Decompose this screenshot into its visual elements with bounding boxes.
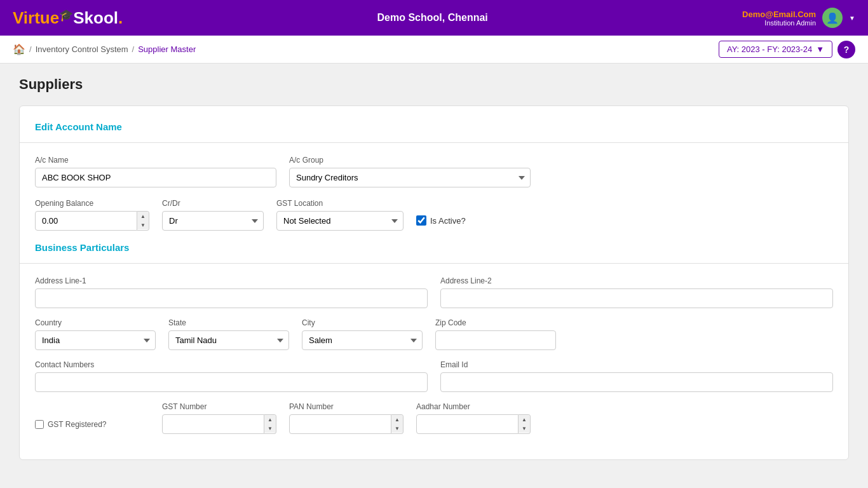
breadcrumb-supplier-master: Supplier Master [138, 44, 196, 54]
country-label: Country [35, 318, 156, 327]
is-active-checkbox[interactable] [416, 215, 426, 226]
gst-registered-checkbox[interactable] [35, 420, 44, 429]
aadhar-up[interactable]: ▲ [519, 415, 530, 424]
ac-name-input[interactable] [35, 168, 276, 187]
bp-divider [20, 263, 848, 264]
gst-number-spinbox-btns: ▲ ▼ [264, 414, 276, 434]
ac-name-label: A/c Name [35, 156, 276, 165]
school-name: Demo School, Chennai [377, 12, 488, 24]
city-select[interactable]: Salem [302, 330, 423, 350]
avatar[interactable]: 👤 [822, 8, 843, 28]
opening-balance-label: Opening Balance [35, 199, 149, 208]
pan-group: PAN Number ▲ ▼ [289, 402, 403, 434]
page-title: Suppliers [19, 76, 849, 93]
fy-selector[interactable]: AY: 2023 - FY: 2023-24 ▼ [719, 41, 832, 58]
state-select[interactable]: Tamil Nadu [168, 330, 289, 350]
gst-registered-label: GST Registered? [48, 420, 107, 429]
opening-balance-spinbox-btns: ▲ ▼ [137, 211, 149, 231]
state-group: State Tamil Nadu [168, 318, 289, 350]
breadcrumb-inventory[interactable]: Inventory Control System [36, 44, 128, 54]
edit-account-section-title: Edit Account Name [35, 121, 833, 132]
pan-input[interactable] [289, 414, 391, 434]
address1-input[interactable] [35, 288, 428, 308]
contact-email-row: Contact Numbers Email Id [35, 360, 833, 392]
country-group: Country India [35, 318, 156, 350]
contact-label: Contact Numbers [35, 360, 428, 369]
business-particulars-section: Business Particulars Address Line-1 Addr… [35, 242, 833, 434]
zip-input[interactable] [435, 330, 556, 350]
pan-down[interactable]: ▼ [391, 424, 403, 433]
address2-group: Address Line-2 [440, 276, 833, 308]
gst-location-label: GST Location [276, 199, 403, 208]
opening-balance-up[interactable]: ▲ [137, 212, 149, 220]
opening-balance-down[interactable]: ▼ [137, 220, 149, 229]
ac-group-select[interactable]: Sundry Creditors [289, 168, 531, 187]
country-state-city-zip-row: Country India State Tamil Nadu City Sale… [35, 318, 833, 350]
aadhar-input[interactable] [416, 414, 519, 434]
home-icon[interactable]: 🏠 [13, 43, 25, 55]
pan-spinbox-btns: ▲ ▼ [391, 414, 403, 434]
email-group: Email Id [440, 360, 833, 392]
logo-dot: . [118, 8, 123, 27]
help-button[interactable]: ? [837, 41, 855, 58]
opening-balance-input[interactable] [35, 211, 137, 231]
opening-balance-spinbox: ▲ ▼ [35, 211, 149, 231]
gst-location-group: GST Location Not Selected [276, 199, 403, 231]
user-menu-chevron[interactable]: ▼ [849, 15, 855, 22]
opening-balance-group: Opening Balance ▲ ▼ [35, 199, 149, 231]
aadhar-spinbox-btns: ▲ ▼ [519, 414, 531, 434]
contact-input[interactable] [35, 372, 428, 392]
breadcrumb-right: AY: 2023 - FY: 2023-24 ▼ ? [719, 41, 855, 58]
gst-location-select[interactable]: Not Selected [276, 211, 403, 231]
aadhar-spinbox: ▲ ▼ [416, 414, 531, 434]
aadhar-label: Aadhar Number [416, 402, 531, 411]
section-divider-1 [20, 142, 848, 143]
gst-number-input[interactable] [162, 414, 264, 434]
crdr-group: Cr/Dr Dr Cr [162, 199, 264, 231]
gst-registered-group: GST Registered? [35, 420, 149, 434]
gst-number-label: GST Number [162, 402, 276, 411]
is-active-group: Is Active? [416, 215, 466, 231]
user-info: Demo@Email.Com Institution Admin [742, 10, 816, 27]
logo-virtue: Virtue [13, 8, 59, 27]
breadcrumb-bar: 🏠 / Inventory Control System / Supplier … [0, 36, 868, 64]
ac-name-group: A/c Name [35, 156, 276, 187]
suppliers-card: Edit Account Name A/c Name A/c Group Sun… [19, 105, 849, 460]
user-role: Institution Admin [742, 19, 816, 27]
state-label: State [168, 318, 289, 327]
zip-label: Zip Code [435, 318, 556, 327]
logo-skool: Skool [73, 8, 118, 27]
logo: Virtue🎓Skool. [13, 8, 123, 28]
fy-chevron: ▼ [816, 44, 824, 54]
breadcrumb-sep-1: / [29, 44, 32, 54]
business-particulars-title: Business Particulars [35, 242, 833, 253]
country-select[interactable]: India [35, 330, 156, 350]
address-row-1: Address Line-1 Address Line-2 [35, 276, 833, 308]
gst-number-spinbox: ▲ ▼ [162, 414, 276, 434]
address1-label: Address Line-1 [35, 276, 428, 285]
gst-pan-aadhar-row: GST Registered? GST Number ▲ ▼ PAN Numbe… [35, 402, 833, 434]
user-area[interactable]: Demo@Email.Com Institution Admin 👤 ▼ [742, 8, 855, 28]
main-content: Suppliers Edit Account Name A/c Name A/c… [0, 64, 868, 473]
form-row-balance-crdr-gst: Opening Balance ▲ ▼ Cr/Dr Dr Cr GST Loca… [35, 199, 833, 231]
contact-group: Contact Numbers [35, 360, 428, 392]
ac-group-group: A/c Group Sundry Creditors [289, 156, 531, 187]
pan-up[interactable]: ▲ [391, 415, 403, 424]
email-label: Email Id [440, 360, 833, 369]
address2-label: Address Line-2 [440, 276, 833, 285]
email-input[interactable] [440, 372, 833, 392]
app-header: Virtue🎓Skool. Demo School, Chennai Demo@… [0, 0, 868, 36]
crdr-select[interactable]: Dr Cr [162, 211, 264, 231]
address1-group: Address Line-1 [35, 276, 428, 308]
gst-number-up[interactable]: ▲ [264, 415, 276, 424]
pan-label: PAN Number [289, 402, 403, 411]
form-row-acname-acgroup: A/c Name A/c Group Sundry Creditors [35, 156, 833, 187]
address2-input[interactable] [440, 288, 833, 308]
crdr-label: Cr/Dr [162, 199, 264, 208]
ac-group-label: A/c Group [289, 156, 531, 165]
breadcrumb-sep-2: / [132, 44, 135, 54]
aadhar-down[interactable]: ▼ [519, 424, 530, 433]
breadcrumb: 🏠 / Inventory Control System / Supplier … [13, 43, 196, 55]
gst-number-group: GST Number ▲ ▼ [162, 402, 276, 434]
gst-number-down[interactable]: ▼ [264, 424, 276, 433]
